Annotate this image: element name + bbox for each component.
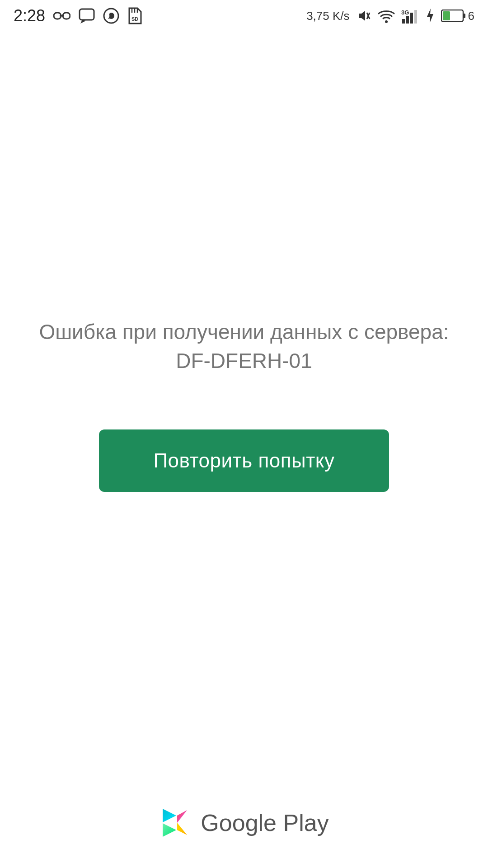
svg-rect-16	[406, 16, 409, 24]
link-icon	[53, 9, 70, 22]
svg-marker-26	[177, 823, 187, 835]
svg-rect-15	[402, 19, 405, 24]
error-message: Ошибка при получении данных с сервера: D…	[36, 317, 452, 376]
status-time: 2:28	[14, 6, 45, 25]
svg-rect-3	[80, 9, 94, 20]
whatsapp-icon	[103, 8, 119, 24]
svg-rect-17	[410, 13, 413, 24]
sd-card-icon: SD	[127, 7, 143, 24]
svg-rect-21	[463, 14, 465, 18]
status-bar-left: 2:28 SD	[14, 6, 143, 25]
message-icon	[79, 8, 95, 24]
svg-rect-22	[443, 11, 450, 20]
svg-marker-25	[177, 810, 187, 823]
footer: Google Play	[0, 778, 488, 868]
network-speed: 3,75 K/s	[306, 9, 349, 23]
retry-button[interactable]: Повторить попытку	[99, 429, 389, 492]
svg-marker-24	[163, 823, 176, 837]
signal-icon: 3G	[401, 8, 419, 24]
svg-marker-19	[427, 9, 433, 23]
battery-icon	[441, 9, 466, 22]
battery-level: 6	[468, 9, 474, 23]
google-play-label: Google Play	[201, 809, 328, 836]
play-store-icon	[159, 807, 191, 839]
svg-text:3G: 3G	[401, 9, 409, 16]
status-bar: 2:28 SD 3,75 K/s	[0, 0, 488, 32]
wifi-icon	[378, 8, 395, 24]
google-play-logo: Google Play	[159, 807, 328, 839]
svg-point-13	[385, 20, 388, 23]
battery-indicator: 6	[441, 9, 474, 23]
svg-marker-10	[359, 11, 365, 21]
mute-icon	[356, 8, 371, 24]
main-content: Ошибка при получении данных с сервера: D…	[0, 32, 488, 778]
svg-text:SD: SD	[131, 16, 138, 22]
charging-icon	[426, 8, 435, 24]
status-bar-right: 3,75 K/s 3G	[306, 8, 474, 24]
svg-rect-18	[414, 10, 417, 24]
svg-marker-23	[163, 809, 176, 822]
